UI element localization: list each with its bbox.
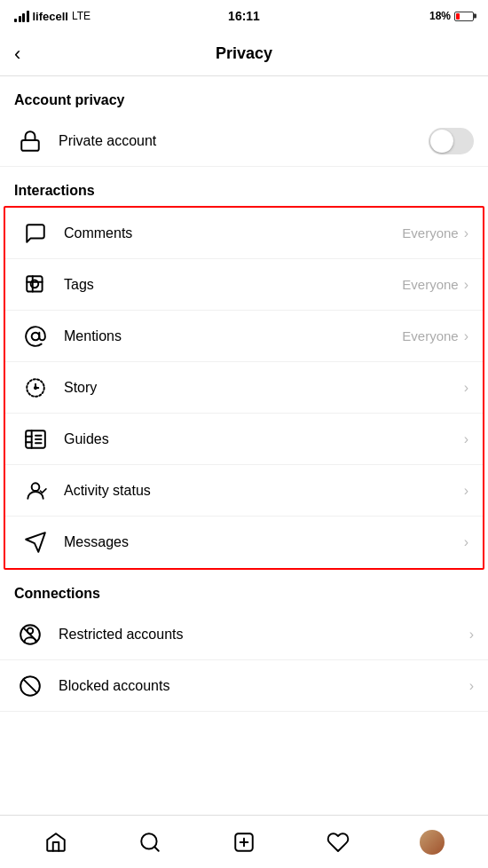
restricted-icon [14, 619, 46, 651]
messages-row[interactable]: Messages › [5, 517, 483, 568]
interactions-header: Interactions [0, 167, 488, 206]
comments-label: Comments [64, 225, 402, 241]
guides-chevron: › [464, 432, 468, 446]
battery-percentage: 18% [429, 10, 451, 22]
tags-label: Tags [64, 277, 402, 293]
svg-point-9 [35, 386, 36, 388]
interactions-section: Interactions Comments Everyone › [0, 167, 488, 570]
svg-point-17 [32, 483, 40, 491]
activity-status-icon [20, 475, 51, 507]
account-privacy-section: Account privacy Private account [0, 76, 488, 167]
tags-value: Everyone [402, 277, 458, 292]
restricted-accounts-row[interactable]: Restricted accounts › [0, 609, 488, 660]
page-title: Privacy [216, 44, 272, 63]
svg-rect-0 [21, 139, 39, 150]
comments-chevron: › [464, 226, 468, 241]
bottom-nav [0, 815, 488, 868]
nav-profile[interactable] [385, 830, 479, 855]
restricted-chevron: › [469, 627, 474, 642]
story-row[interactable]: Story › [5, 362, 483, 414]
blocked-accounts-label: Blocked accounts [59, 678, 469, 694]
back-button[interactable]: ‹ [14, 44, 20, 64]
nav-search[interactable] [103, 831, 197, 854]
private-account-label: Private account [59, 133, 429, 149]
activity-status-chevron: › [464, 484, 468, 498]
svg-point-21 [28, 627, 34, 634]
mentions-value: Everyone [402, 328, 458, 343]
messages-label: Messages [64, 534, 459, 550]
status-bar: lifecell LTE 16:11 18% [0, 0, 488, 32]
mentions-icon [20, 320, 51, 352]
comments-value: Everyone [402, 225, 458, 241]
carrier-name: lifecell [33, 10, 68, 23]
network-type: LTE [72, 10, 91, 22]
connections-section: Connections Restricted accounts › [0, 570, 488, 712]
svg-point-5 [32, 332, 40, 340]
nav-heart[interactable] [291, 831, 385, 854]
nav-home[interactable] [9, 831, 103, 854]
page-header: ‹ Privacy [0, 32, 488, 76]
story-chevron: › [464, 381, 468, 395]
svg-line-23 [23, 679, 36, 692]
nav-add[interactable] [197, 831, 291, 854]
blocked-chevron: › [469, 679, 474, 693]
private-account-row[interactable]: Private account [0, 115, 488, 167]
page-content: Account privacy Private account Interact… [0, 76, 488, 774]
guides-label: Guides [64, 431, 459, 447]
account-privacy-header: Account privacy [0, 76, 488, 115]
blocked-icon [14, 670, 46, 702]
private-account-toggle[interactable] [429, 128, 474, 154]
tags-chevron: › [464, 278, 468, 292]
signal-icon [14, 10, 29, 22]
svg-marker-18 [26, 533, 45, 552]
status-time: 16:11 [228, 9, 260, 23]
tags-icon [20, 269, 51, 301]
mentions-row[interactable]: Mentions Everyone › [5, 311, 483, 362]
messages-icon [20, 526, 51, 558]
activity-status-row[interactable]: Activity status › [5, 465, 483, 517]
svg-line-25 [154, 847, 159, 851]
guides-icon [20, 423, 51, 455]
carrier-info: lifecell LTE [14, 10, 91, 23]
activity-status-label: Activity status [64, 483, 459, 499]
restricted-accounts-label: Restricted accounts [59, 627, 469, 643]
tags-row[interactable]: Tags Everyone › [5, 259, 483, 311]
interactions-box: Comments Everyone › Tags Everyone › [4, 206, 484, 570]
mentions-chevron: › [464, 329, 468, 343]
lock-icon [14, 125, 46, 157]
story-label: Story [64, 380, 459, 396]
comments-row[interactable]: Comments Everyone › [5, 208, 483, 259]
connections-header: Connections [0, 570, 488, 609]
blocked-accounts-row[interactable]: Blocked accounts › [0, 660, 488, 712]
messages-chevron: › [464, 535, 468, 549]
profile-avatar [420, 830, 445, 855]
battery-info: 18% [429, 10, 474, 22]
guides-row[interactable]: Guides › [5, 414, 483, 465]
battery-icon [454, 12, 474, 21]
mentions-label: Mentions [64, 328, 402, 344]
story-icon [20, 372, 51, 404]
svg-rect-1 [27, 276, 42, 291]
comments-icon [20, 217, 51, 249]
